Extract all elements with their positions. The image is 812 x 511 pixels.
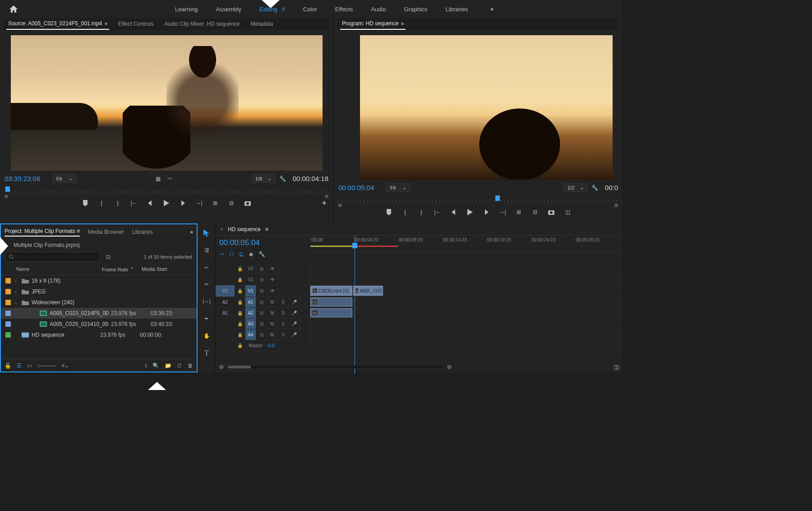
expand-chevron-icon[interactable]: ⌄ — [13, 300, 19, 305]
panel-menu-icon[interactable]: ≡ — [105, 21, 107, 26]
source-scrubber[interactable] — [5, 186, 328, 196]
track-lane-v3[interactable] — [310, 264, 623, 274]
type-tool-icon[interactable]: T — [202, 348, 212, 358]
workspace-menu-icon[interactable]: ≡ — [282, 6, 285, 12]
workspace-assembly[interactable]: Assembly — [216, 3, 241, 15]
source-resolution-select[interactable]: 1/8⌄ — [251, 174, 276, 183]
track-target[interactable]: V2 — [245, 274, 256, 285]
go-to-in-icon[interactable]: |← — [434, 208, 442, 216]
pen-tool-icon[interactable]: ✒ — [202, 314, 212, 324]
step-back-icon[interactable] — [450, 208, 458, 216]
track-target[interactable]: A4 — [245, 330, 256, 340]
program-settings-icon[interactable]: 🔧 — [591, 184, 600, 191]
list-view-icon[interactable]: ☰ — [17, 362, 22, 369]
timeline-tab[interactable]: ×HD sequence ≡ — [216, 223, 623, 236]
track-target[interactable]: A3 — [245, 319, 256, 329]
source-preview[interactable] — [11, 35, 323, 171]
src-patch-a2[interactable]: A2 — [216, 297, 235, 308]
track-lane-a3[interactable] — [310, 319, 623, 330]
razor-tool-icon[interactable]: ✂ — [202, 279, 212, 289]
lock-icon[interactable]: 🔒 — [235, 340, 245, 351]
zoom-slider[interactable]: ○──── — [37, 362, 56, 369]
source-settings-icon[interactable]: 🔧 — [278, 175, 287, 182]
marker-icon[interactable] — [385, 208, 393, 216]
automate-icon[interactable]: ⦀ — [145, 362, 147, 369]
lock-icon[interactable]: 🔓 — [5, 362, 11, 369]
master-level[interactable]: 0.0 — [266, 340, 277, 351]
step-forward-icon[interactable] — [179, 199, 187, 207]
play-icon[interactable] — [162, 199, 171, 207]
mute-icon[interactable]: M — [267, 297, 278, 307]
track-lane-v1[interactable]: fxC0030.mp4 [V]fxA005_C023 — [310, 285, 623, 297]
video-clip[interactable]: fxC0030.mp4 [V] — [310, 286, 352, 296]
trash-icon[interactable]: 🗑 — [188, 362, 193, 369]
col-header-framerate[interactable]: Frame Rate ⌃ — [102, 266, 142, 272]
audio-clip[interactable]: fx — [310, 308, 352, 317]
sync-lock-icon[interactable]: ⊟ — [256, 319, 267, 329]
toggle-output-icon[interactable]: 👁 — [267, 285, 278, 297]
ripple-edit-tool-icon[interactable]: ⫭ — [202, 262, 212, 272]
selection-tool-icon[interactable] — [202, 228, 212, 238]
solo-icon[interactable]: S — [278, 319, 289, 329]
play-icon[interactable] — [466, 208, 474, 216]
track-lane-v2[interactable] — [310, 274, 623, 285]
sync-lock-icon[interactable]: ⊟ — [256, 264, 267, 274]
track-lane-a4[interactable] — [310, 330, 623, 340]
new-bin-from-search-icon[interactable]: ⊡ — [104, 253, 113, 260]
voice-over-icon[interactable]: 🎤 — [289, 308, 300, 318]
source-tab-metadata[interactable]: Metadata — [249, 19, 275, 29]
toggle-output-icon[interactable]: 👁 — [267, 264, 278, 274]
find-icon[interactable]: 🔍 — [152, 362, 159, 369]
col-header-mediastart[interactable]: Media Start — [142, 266, 174, 272]
project-search-input[interactable] — [5, 252, 100, 262]
add-marker-icon[interactable]: ⊑ — [239, 251, 244, 257]
project-row[interactable]: ⌄Widescreen (240) — [1, 297, 197, 308]
source-tab-audio-mixer[interactable]: Audio Clip Mixer: HD sequence — [163, 19, 242, 29]
linked-selection-icon[interactable]: ⬡ — [229, 251, 234, 257]
timeline-ruler[interactable]: :00:0000:00:04:2300:00:09:2300:00:14:230… — [310, 236, 623, 253]
program-playhead[interactable] — [495, 195, 500, 201]
program-fit-select[interactable]: Fit⌄ — [386, 183, 411, 192]
audio-clip[interactable]: fx — [310, 297, 352, 307]
hand-tool-icon[interactable]: ✋ — [202, 331, 212, 341]
export-frame-icon[interactable] — [547, 208, 555, 216]
workspace-graphics[interactable]: Graphics — [404, 3, 428, 15]
project-row[interactable]: ›16 x 9 (178) — [1, 275, 197, 286]
step-forward-icon[interactable] — [482, 208, 490, 216]
go-to-in-icon[interactable]: |← — [130, 199, 138, 207]
source-insert-icon[interactable]: ⤳ — [165, 175, 174, 182]
sort-icon[interactable]: ≡⌄ — [61, 362, 69, 369]
source-playhead[interactable] — [5, 186, 10, 192]
insert-icon[interactable]: ⊞ — [211, 199, 219, 207]
voice-over-icon[interactable]: 🎤 — [289, 330, 300, 340]
source-safe-margins-icon[interactable]: ▦ — [153, 175, 162, 182]
timeline-settings-icon[interactable]: 🔧 — [258, 251, 265, 257]
expand-chevron-icon[interactable]: › — [13, 279, 19, 283]
lock-icon[interactable]: 🔒 — [235, 330, 245, 340]
comparison-view-icon[interactable]: ◫ — [563, 208, 572, 216]
solo-icon[interactable]: S — [278, 308, 289, 318]
sync-lock-icon[interactable]: ⊟ — [256, 297, 267, 307]
lock-icon[interactable]: 🔒 — [235, 319, 245, 329]
home-icon[interactable] — [8, 4, 19, 14]
source-tab-effect-controls[interactable]: Effect Controls — [116, 19, 155, 29]
workspace-overflow[interactable]: » — [490, 6, 494, 12]
voice-over-icon[interactable]: 🎤 — [289, 319, 300, 329]
slip-tool-icon[interactable]: |↔| — [202, 297, 212, 307]
button-editor-icon[interactable]: + — [322, 199, 327, 208]
program-resolution-select[interactable]: 1/2⌄ — [563, 183, 588, 192]
mute-icon[interactable]: M — [267, 308, 278, 318]
go-to-out-icon[interactable]: →| — [498, 208, 507, 216]
overwrite-icon[interactable]: ⊟ — [227, 199, 235, 207]
project-overflow[interactable]: » — [190, 229, 193, 235]
snap-icon[interactable]: ⤳ — [219, 251, 224, 257]
mark-in-icon[interactable]: { — [401, 208, 409, 216]
project-tab-media-browser[interactable]: Media Browser — [88, 228, 124, 236]
track-target[interactable]: A2 — [245, 308, 256, 318]
source-timecode-left[interactable]: 03:39:23:06 — [5, 175, 50, 182]
mark-in-icon[interactable]: { — [97, 199, 106, 207]
workspace-learning[interactable]: Learning — [175, 3, 198, 15]
workspace-audio[interactable]: Audio — [371, 3, 386, 15]
timeline-toggle-icon[interactable]: ◫ — [614, 364, 619, 370]
project-row[interactable]: A005_C025_021410_0023.976 fps03:40:33: — [1, 319, 197, 330]
